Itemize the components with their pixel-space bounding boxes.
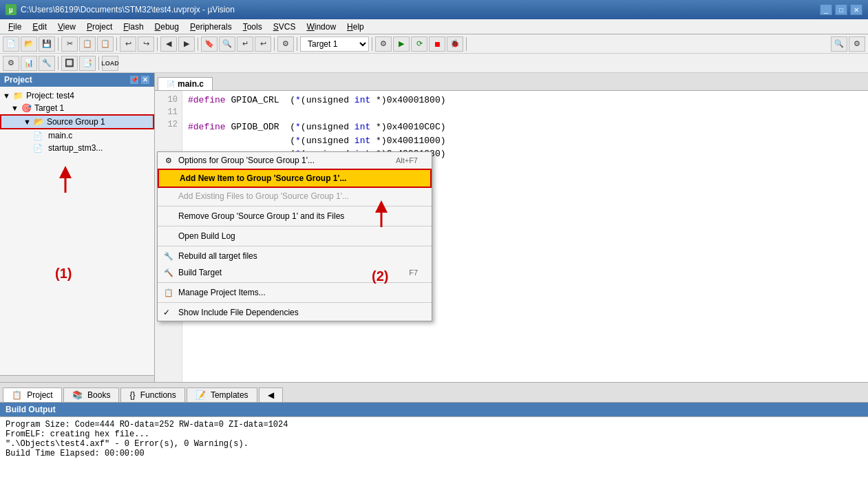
- ctx-build-target[interactable]: 🔨 Build Target F7: [158, 264, 432, 281]
- rebuild-btn[interactable]: ⟳: [411, 36, 427, 52]
- copy-btn[interactable]: 📋: [79, 36, 96, 52]
- ctx-open-build-log-label: Open Build Log: [178, 231, 235, 241]
- build-line-3: ".\Objects\test4.axf" - 0 Error(s), 0 Wa…: [6, 439, 862, 449]
- close-panel-btn[interactable]: ✕: [140, 75, 150, 85]
- t2-btn1[interactable]: ⚙: [3, 56, 19, 71]
- code-line-11: [188, 107, 862, 121]
- cut-btn[interactable]: ✂: [61, 36, 78, 52]
- ctx-add-existing-label: Add Existing Files to Group 'Source Grou…: [178, 191, 349, 201]
- tree-target1[interactable]: ▼ 🎯 Target 1: [0, 102, 154, 114]
- target-icon: 🎯: [21, 103, 32, 113]
- project-icon: 📁: [13, 91, 23, 100]
- t2-btn5[interactable]: 📑: [79, 56, 96, 71]
- menu-debug[interactable]: Debug: [149, 21, 184, 33]
- source-group-label: Source Group 1: [47, 117, 105, 127]
- ctx-sep3: [158, 246, 432, 246]
- ctx-remove-group[interactable]: Remove Group 'Source Group 1' and its Fi…: [158, 208, 432, 224]
- sep1: [58, 37, 59, 51]
- ctx-sep4: [158, 282, 432, 283]
- menu-peripherals[interactable]: Peripherals: [184, 21, 237, 33]
- window-title: C:\Users\86199\Documents\STM32\test4.uvp…: [21, 5, 235, 14]
- tab-scroll-left[interactable]: ◀: [259, 387, 283, 402]
- sep2: [116, 37, 117, 51]
- restore-btn[interactable]: □: [835, 4, 847, 15]
- collapse-icon: ▼: [3, 92, 10, 100]
- tab-functions[interactable]: {} Functions: [120, 387, 184, 402]
- target-selector: Target 1: [300, 36, 369, 52]
- menu-tools[interactable]: Tools: [237, 21, 268, 33]
- search2-btn[interactable]: 🔍: [831, 36, 847, 52]
- build-output-header: Build Output: [0, 403, 868, 416]
- file-icon1: 📄: [33, 131, 43, 140]
- ctx-remove-label: Remove Group 'Source Group 1' and its Fi…: [178, 211, 344, 221]
- project-scrollbar[interactable]: [0, 375, 154, 382]
- ctx-options-icon: ⚙: [163, 155, 174, 166]
- code-line-13: (*(unsigned int *)0x40011000): [188, 134, 862, 148]
- back-btn[interactable]: ◀: [160, 36, 177, 52]
- fwd-btn[interactable]: ▶: [178, 36, 195, 52]
- save-btn[interactable]: 💾: [39, 36, 55, 52]
- ctx-add-new-item[interactable]: Add New Item to Group 'Source Group 1'..…: [158, 169, 432, 188]
- redo-btn[interactable]: ↪: [138, 36, 154, 52]
- tab-templates[interactable]: 📝 Templates: [187, 387, 257, 402]
- target-dropdown[interactable]: Target 1: [300, 36, 369, 52]
- ctx-build-target-label: Build Target: [178, 268, 222, 277]
- paste-btn[interactable]: 📋: [97, 36, 114, 52]
- build-btn[interactable]: ▶: [393, 36, 410, 52]
- tab-label: main.c: [178, 79, 204, 89]
- tab-books[interactable]: 📚 Books: [63, 387, 120, 402]
- ctx-rebuild-icon: 🔧: [163, 251, 174, 262]
- close-btn[interactable]: ✕: [850, 4, 862, 15]
- project-tab-icon: 📋: [12, 390, 22, 400]
- ctx-build-icon: 🔨: [163, 267, 174, 278]
- books-tab-icon: 📚: [72, 390, 83, 400]
- menu-project[interactable]: Project: [81, 21, 118, 33]
- find-btn[interactable]: 🔍: [219, 36, 235, 52]
- unindent-btn[interactable]: ↩: [255, 36, 271, 52]
- ctx-rebuild-all[interactable]: 🔧 Rebuild all target files: [158, 248, 432, 264]
- ctx-show-include[interactable]: ✓ Show Include File Dependencies: [158, 304, 432, 321]
- ctx-open-build-log[interactable]: Open Build Log: [158, 228, 432, 244]
- ctx-manage-project[interactable]: 📋 Manage Project Items...: [158, 284, 432, 301]
- project-header: Project 📌 ✕: [0, 73, 154, 87]
- t2-btn2[interactable]: 📊: [21, 56, 37, 71]
- open-btn[interactable]: 📂: [21, 36, 37, 52]
- extra-btn[interactable]: ⚙: [277, 36, 294, 52]
- menu-window[interactable]: Window: [301, 21, 341, 33]
- undo-btn[interactable]: ↩: [120, 36, 136, 52]
- build-line-2: FromELF: creating hex file...: [6, 429, 862, 439]
- t2-load[interactable]: LOAD: [102, 56, 118, 71]
- tree-main-c[interactable]: 📄 main.c: [0, 129, 154, 142]
- menu-file[interactable]: File: [3, 21, 27, 33]
- tree-startup[interactable]: 📄 startup_stm3...: [0, 142, 154, 154]
- tab-project[interactable]: 📋 Project: [3, 387, 62, 402]
- context-menu: ⚙ Options for Group 'Source Group 1'... …: [157, 151, 432, 321]
- debug-btn[interactable]: 🐞: [447, 36, 463, 52]
- new-file-btn[interactable]: 📄: [3, 36, 19, 52]
- t2-btn3[interactable]: 🔧: [39, 56, 55, 71]
- tree-source-group[interactable]: ▼ 📂 Source Group 1: [0, 114, 154, 129]
- templates-tab-label: Templates: [211, 390, 248, 400]
- menu-view[interactable]: View: [52, 21, 81, 33]
- menu-svcs[interactable]: SVCS: [268, 21, 301, 33]
- indent-btn[interactable]: ↵: [237, 36, 253, 52]
- build-output-title: Build Output: [6, 405, 56, 414]
- sep8: [466, 37, 467, 51]
- menu-edit[interactable]: Edit: [27, 21, 52, 33]
- minimize-btn[interactable]: _: [820, 4, 832, 15]
- ctx-options-group[interactable]: ⚙ Options for Group 'Source Group 1'... …: [158, 152, 432, 169]
- ctx-add-existing[interactable]: Add Existing Files to Group 'Source Grou…: [158, 188, 432, 204]
- cfg-btn[interactable]: ⚙: [849, 36, 865, 52]
- stop-btn[interactable]: ⏹: [429, 36, 445, 52]
- bookmark-btn[interactable]: 🔖: [201, 36, 218, 52]
- t2-btn4[interactable]: 🔲: [61, 56, 78, 71]
- menu-flash[interactable]: Flash: [118, 21, 149, 33]
- tree-project-root[interactable]: ▼ 📁 Project: test4: [0, 89, 154, 102]
- main-area: Project 📌 ✕ ▼ 📁 Project: test4 ▼ 🎯 Targe…: [0, 73, 868, 382]
- project-tab-label: Project: [27, 390, 52, 400]
- menu-help[interactable]: Help: [341, 21, 370, 33]
- pin-btn[interactable]: 📌: [129, 75, 139, 85]
- tab-main-c[interactable]: 📄 main.c: [158, 77, 213, 90]
- options-btn[interactable]: ⚙: [375, 36, 392, 52]
- header-buttons: 📌 ✕: [129, 75, 150, 85]
